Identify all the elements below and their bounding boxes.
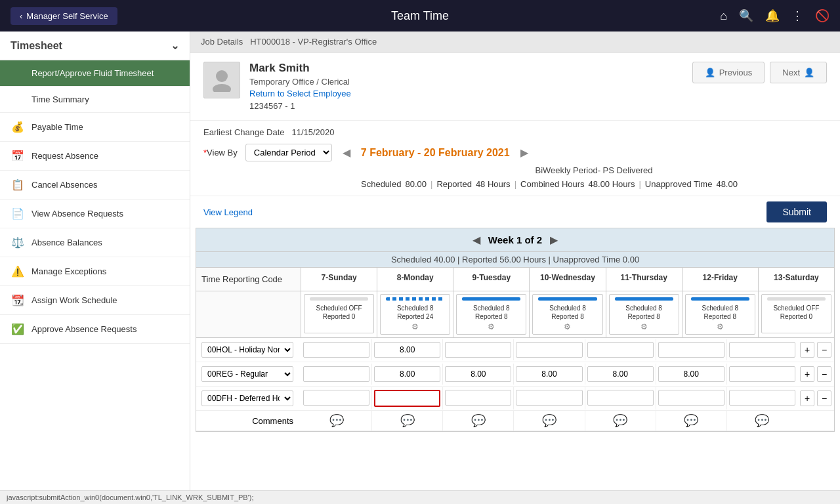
sidebar-item-manage-exceptions[interactable]: ⚠️Manage Exceptions	[0, 257, 190, 286]
view-legend-link[interactable]: View Legend	[203, 207, 253, 217]
settings-icon-wed[interactable]: ⚙	[564, 322, 571, 331]
comment-icon-sun[interactable]: 💬	[329, 414, 344, 427]
sidebar-item-assign-work-schedule[interactable]: 📆Assign Work Schedule	[0, 286, 190, 315]
time-input-row1-1[interactable]	[374, 342, 440, 358]
time-input-row3-4[interactable]	[587, 390, 654, 406]
more-icon[interactable]: ⋮	[791, 9, 803, 23]
time-input-row3-1[interactable]	[374, 390, 440, 407]
day-label-fri: 12-Friday	[682, 268, 758, 287]
day-cell-row1-6	[727, 339, 797, 360]
settings-icon-tue[interactable]: ⚙	[488, 322, 495, 331]
time-input-row2-2[interactable]	[445, 366, 511, 382]
schedule-bar-tue	[462, 297, 520, 301]
approve-absence-requests-icon: ✅	[10, 323, 25, 335]
next-icon: 👤	[804, 68, 814, 77]
time-input-row1-4[interactable]	[587, 342, 654, 358]
time-input-row1-5[interactable]	[658, 342, 724, 358]
sidebar-items: Report/Approve Fluid TimesheetTime Summa…	[0, 60, 190, 344]
combined-label: Combined Hours	[520, 179, 585, 189]
settings-icon-thu[interactable]: ⚙	[640, 322, 648, 331]
bell-icon[interactable]: 🔔	[765, 9, 780, 23]
time-input-row3-2[interactable]	[445, 390, 511, 406]
time-input-row1-3[interactable]	[516, 342, 582, 358]
view-by-label: *View By	[203, 148, 238, 158]
home-icon[interactable]: ⌂	[720, 9, 727, 23]
time-input-row3-5[interactable]	[658, 390, 724, 406]
time-input-row2-5[interactable]	[658, 366, 724, 382]
time-input-row2-0[interactable]	[303, 366, 369, 382]
add-row-button-row1[interactable]: +	[800, 342, 814, 358]
time-input-row1-2[interactable]	[445, 342, 511, 358]
trc-column-header: Time Reporting Code	[196, 268, 301, 291]
sidebar-collapse-handle[interactable]: ||	[190, 255, 190, 281]
comment-icon-tue[interactable]: 💬	[471, 414, 486, 427]
time-input-row1-0[interactable]	[303, 342, 369, 358]
employee-info: Mark Smith Temporary Office / Clerical R…	[203, 62, 351, 111]
trc-select-row1[interactable]: 00HOL - Holiday Nor	[201, 342, 293, 358]
previous-button[interactable]: 👤 Previous	[692, 62, 765, 83]
ban-icon[interactable]: 🚫	[815, 9, 830, 23]
sidebar-collapse-icon[interactable]: ⌄	[171, 39, 179, 52]
comment-cell-sun: 💬	[301, 411, 372, 430]
time-input-row3-3[interactable]	[516, 390, 582, 406]
sidebar-item-view-absence-requests[interactable]: 📄View Absence Requests	[0, 200, 190, 228]
page-title: Team Time	[391, 9, 449, 23]
sidebar-item-cancel-absences[interactable]: 📋Cancel Absences	[0, 171, 190, 200]
sidebar-item-payable-time[interactable]: 💰Payable Time	[0, 113, 190, 142]
day-header-sat: 13-Saturday	[759, 268, 834, 291]
time-input-row2-1[interactable]	[374, 366, 440, 382]
trc-select-row3[interactable]: 00DFH - Deferred Ho	[201, 390, 293, 406]
sidebar-label-cancel-absences: Cancel Absences	[32, 180, 97, 190]
sidebar-item-request-absence[interactable]: 📅Request Absence	[0, 142, 190, 171]
add-row-button-row2[interactable]: +	[800, 366, 814, 382]
remove-row-button-row3[interactable]: −	[817, 390, 831, 406]
comment-icon-wed[interactable]: 💬	[542, 414, 556, 427]
add-row-button-row3[interactable]: +	[800, 390, 814, 406]
week-prev-arrow[interactable]: ◀	[472, 234, 480, 246]
search-icon[interactable]: 🔍	[739, 9, 753, 23]
schedule-bar-thu	[615, 297, 673, 301]
trc-select-row2[interactable]: 00REG - Regular	[201, 366, 293, 382]
period-next-arrow[interactable]: ▶	[518, 146, 531, 159]
time-input-row1-6[interactable]	[729, 342, 795, 358]
submit-button[interactable]: Submit	[766, 201, 827, 222]
settings-icon-mon[interactable]: ⚙	[411, 322, 419, 331]
settings-icon-fri[interactable]: ⚙	[717, 322, 724, 331]
sidebar-item-approve-absence-requests[interactable]: ✅Approve Absence Requests	[0, 315, 190, 344]
day-cell-row1-3	[514, 339, 585, 360]
day-cell-row2-1	[372, 364, 443, 385]
time-input-row3-0[interactable]	[303, 390, 369, 406]
legend-submit-row: View Legend Submit	[190, 196, 840, 228]
sidebar-label-view-absence-requests: View Absence Requests	[32, 209, 123, 219]
next-button[interactable]: Next 👤	[770, 62, 827, 83]
day-cells-row3	[301, 387, 797, 410]
day-cell-row2-4	[585, 364, 656, 385]
time-input-row2-3[interactable]	[516, 366, 582, 382]
return-to-select-link[interactable]: Return to Select Employee	[249, 89, 351, 98]
day-cells-row2	[301, 364, 797, 385]
time-input-row3-6[interactable]	[729, 390, 795, 406]
comment-icon-mon[interactable]: 💬	[400, 414, 415, 427]
remove-row-button-row1[interactable]: −	[817, 342, 831, 358]
sidebar-item-absence-balances[interactable]: ⚖️Absence Balances	[0, 228, 190, 257]
back-button[interactable]: ‹ Manager Self Service	[10, 7, 117, 25]
day-cells-row1	[301, 339, 797, 360]
sidebar-item-time-summary[interactable]: Time Summary	[0, 87, 190, 113]
time-input-row2-6[interactable]	[729, 366, 795, 382]
day-cell-row1-2	[443, 339, 514, 360]
comment-icon-sat[interactable]: 💬	[755, 414, 769, 427]
comment-icon-fri[interactable]: 💬	[684, 414, 698, 427]
remove-row-button-row2[interactable]: −	[817, 366, 831, 382]
schedule-card-tue: Scheduled 8Reported 8 ⚙	[456, 294, 526, 335]
period-prev-arrow[interactable]: ◀	[340, 146, 353, 159]
day-headers: 7-Sunday8-Monday9-Tuesday10-Wednesday11-…	[301, 268, 834, 291]
comment-icon-thu[interactable]: 💬	[613, 414, 627, 427]
day-header-thu: 11-Thursday	[606, 268, 682, 291]
schedule-card-col-tue: Scheduled 8Reported 8 ⚙	[453, 291, 530, 337]
view-by-select[interactable]: Calendar Period	[245, 144, 332, 161]
week-next-arrow[interactable]: ▶	[550, 234, 558, 246]
day-cell-row3-4	[585, 387, 656, 410]
time-input-row2-4[interactable]	[587, 366, 654, 382]
sidebar-label-approve-absence-requests: Approve Absence Requests	[32, 324, 136, 334]
sidebar-item-report-approve[interactable]: Report/Approve Fluid Timesheet	[0, 60, 190, 87]
